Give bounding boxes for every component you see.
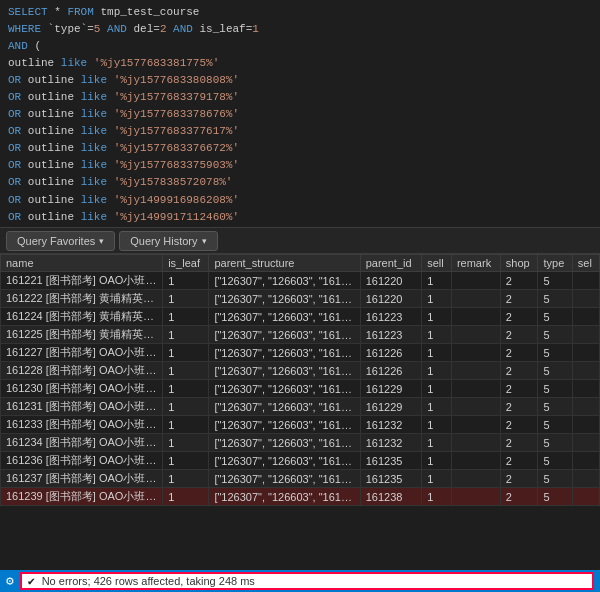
cell-parent-id: 161220 [360,272,421,290]
cell-remark [451,272,500,290]
cell-parent-structure: ["126307", "126603", "161238"] [209,488,360,506]
sql-line: OR outline like '%jy1499917112460%' [8,209,592,226]
cell-parent-structure: ["126307", "126603", "161226"] [209,362,360,380]
cell-sell: 1 [422,380,452,398]
cell-sel [572,434,599,452]
table-row[interactable]: 161221 [图书部考] OAO小班直播特训营系...1["126307", … [1,272,600,290]
cell-is-leaf: 1 [163,488,209,506]
cell-parent-id: 161232 [360,416,421,434]
table-row[interactable]: 161237 [图书部考] OAO小班直播特训营系...1["126307", … [1,470,600,488]
col-sell: sell [422,255,452,272]
cell-sell: 1 [422,470,452,488]
query-history-tab[interactable]: Query History ▾ [119,231,217,251]
cell-is-leaf: 1 [163,362,209,380]
cell-parent-id: 161229 [360,380,421,398]
cell-parent-id: 161223 [360,308,421,326]
cell-is-leaf: 1 [163,452,209,470]
col-remark: remark [451,255,500,272]
cell-parent-id: 161226 [360,344,421,362]
cell-shop: 2 [500,488,538,506]
cell-name: 161227 [图书部考] OAO小班直播特训营系... [1,344,163,362]
cell-sell: 1 [422,272,452,290]
query-favorites-label: Query Favorites [17,235,95,247]
table-row[interactable]: 161239 [图书部考] OAO小班直播特训营系...1["126307", … [1,488,600,506]
cell-name: 161222 [图书部考] 黄埔精英直播特训营系... [1,290,163,308]
sql-line: OR outline like '%jy1499916986208%' [8,192,592,209]
sql-line: SELECT * FROM tmp_test_course [8,4,592,21]
table-row[interactable]: 161234 [图书部考] OAO小班直播特训营系...1["126307", … [1,434,600,452]
sql-editor[interactable]: SELECT * FROM tmp_test_courseWHERE `type… [0,0,600,228]
cell-parent-id: 161220 [360,290,421,308]
cell-sell: 1 [422,434,452,452]
cell-remark [451,398,500,416]
cell-shop: 2 [500,344,538,362]
cell-is-leaf: 1 [163,380,209,398]
cell-name: 161224 [图书部考] 黄埔精英直播特训营系... [1,308,163,326]
sql-line: OR outline like '%jy1577683376672%' [8,140,592,157]
cell-remark [451,380,500,398]
table-row[interactable]: 161233 [图书部考] OAO小班直播特训营系...1["126307", … [1,416,600,434]
cell-is-leaf: 1 [163,272,209,290]
cell-type: 5 [538,380,572,398]
cell-name: 161221 [图书部考] OAO小班直播特训营系... [1,272,163,290]
cell-sel [572,452,599,470]
cell-parent-id: 161223 [360,326,421,344]
cell-is-leaf: 1 [163,470,209,488]
status-message-area: ✔ No errors; 426 rows affected, taking 2… [20,572,594,590]
cell-type: 5 [538,326,572,344]
cell-name: 161239 [图书部考] OAO小班直播特训营系... [1,488,163,506]
table-header-row: name is_leaf parent_structure parent_id … [1,255,600,272]
cell-type: 5 [538,452,572,470]
table-row[interactable]: 161230 [图书部考] OAO小班直播特训营系...1["126307", … [1,380,600,398]
cell-sell: 1 [422,362,452,380]
cell-remark [451,344,500,362]
cell-remark [451,308,500,326]
table-row[interactable]: 161225 [图书部考] 黄埔精英直播特训营系...1["126307", "… [1,326,600,344]
cell-sel [572,326,599,344]
cell-sel [572,290,599,308]
cell-type: 5 [538,434,572,452]
col-parent-structure: parent_structure [209,255,360,272]
chevron-down-icon: ▾ [99,236,104,246]
col-parent-id: parent_id [360,255,421,272]
cell-parent-structure: ["126307", "126603", "161226"] [209,344,360,362]
cell-shop: 2 [500,452,538,470]
cell-sel [572,470,599,488]
table-row[interactable]: 161231 [图书部考] OAO小班直播特训营系...1["126307", … [1,398,600,416]
cell-sel [572,380,599,398]
cell-shop: 2 [500,416,538,434]
cell-sell: 1 [422,326,452,344]
cell-remark [451,326,500,344]
table-row[interactable]: 161227 [图书部考] OAO小班直播特训营系...1["126307", … [1,344,600,362]
check-icon: ✔ [28,574,35,589]
cell-name: 161228 [图书部考] OAO小班直播特训营系... [1,362,163,380]
col-sel: sel [572,255,599,272]
cell-type: 5 [538,290,572,308]
query-favorites-tab[interactable]: Query Favorites ▾ [6,231,115,251]
cell-type: 5 [538,308,572,326]
results-area[interactable]: name is_leaf parent_structure parent_id … [0,254,600,563]
cell-shop: 2 [500,470,538,488]
cell-sell: 1 [422,398,452,416]
col-is-leaf: is_leaf [163,255,209,272]
cell-name: 161225 [图书部考] 黄埔精英直播特训营系... [1,326,163,344]
cell-parent-structure: ["126307", "126603", "161229"] [209,380,360,398]
table-row[interactable]: 161228 [图书部考] OAO小班直播特训营系...1["126307", … [1,362,600,380]
status-text: No errors; 426 rows affected, taking 248… [42,575,255,587]
table-row[interactable]: 161236 [图书部考] OAO小班直播特训营系...1["126307", … [1,452,600,470]
cell-type: 5 [538,398,572,416]
table-row[interactable]: 161222 [图书部考] 黄埔精英直播特训营系...1["126307", "… [1,290,600,308]
cell-type: 5 [538,416,572,434]
cell-sell: 1 [422,308,452,326]
cell-sel [572,272,599,290]
cell-shop: 2 [500,362,538,380]
gear-icon[interactable]: ⚙ [6,573,14,589]
cell-shop: 2 [500,290,538,308]
cell-sel [572,344,599,362]
cell-parent-id: 161235 [360,470,421,488]
sql-line: OR outline like '%jy1577683379178%' [8,89,592,106]
cell-parent-structure: ["126307", "126603", "161232"] [209,434,360,452]
cell-parent-structure: ["126307", "126603", "161235"] [209,452,360,470]
cell-parent-structure: ["126307", "126603", "161223"] [209,326,360,344]
table-row[interactable]: 161224 [图书部考] 黄埔精英直播特训营系...1["126307", "… [1,308,600,326]
